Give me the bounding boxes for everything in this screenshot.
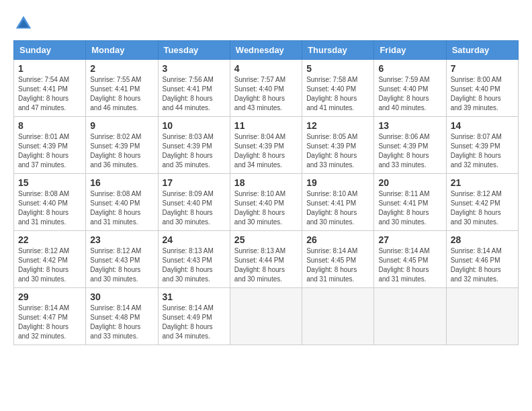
day-number: 28 xyxy=(451,234,514,245)
calendar-cell xyxy=(230,288,302,345)
day-number: 16 xyxy=(90,177,153,188)
day-info: Sunrise: 8:08 AM Sunset: 4:40 PM Dayligh… xyxy=(90,189,153,227)
calendar-cell: 9 Sunrise: 8:02 AM Sunset: 4:39 PM Dayli… xyxy=(86,117,158,174)
calendar-cell: 25 Sunrise: 8:13 AM Sunset: 4:44 PM Dayl… xyxy=(230,231,302,288)
day-number: 10 xyxy=(163,120,226,131)
logo-icon xyxy=(13,13,34,34)
calendar-cell: 23 Sunrise: 8:12 AM Sunset: 4:43 PM Dayl… xyxy=(86,231,158,288)
calendar-cell: 8 Sunrise: 8:01 AM Sunset: 4:39 PM Dayli… xyxy=(14,117,86,174)
calendar-cell xyxy=(302,288,374,345)
day-info: Sunrise: 8:14 AM Sunset: 4:45 PM Dayligh… xyxy=(378,246,441,284)
day-info: Sunrise: 7:59 AM Sunset: 4:40 PM Dayligh… xyxy=(378,75,441,113)
calendar-cell: 30 Sunrise: 8:14 AM Sunset: 4:48 PM Dayl… xyxy=(86,288,158,345)
calendar-cell: 5 Sunrise: 7:58 AM Sunset: 4:40 PM Dayli… xyxy=(302,60,374,117)
day-number: 7 xyxy=(451,63,514,74)
calendar-cell: 24 Sunrise: 8:13 AM Sunset: 4:43 PM Dayl… xyxy=(158,231,230,288)
day-info: Sunrise: 8:09 AM Sunset: 4:40 PM Dayligh… xyxy=(163,189,226,227)
calendar-cell: 27 Sunrise: 8:14 AM Sunset: 4:45 PM Dayl… xyxy=(374,231,446,288)
calendar-cell: 26 Sunrise: 8:14 AM Sunset: 4:45 PM Dayl… xyxy=(302,231,374,288)
calendar-week-row-5: 29 Sunrise: 8:14 AM Sunset: 4:47 PM Dayl… xyxy=(14,288,519,345)
calendar-cell xyxy=(374,288,446,345)
day-info: Sunrise: 8:01 AM Sunset: 4:39 PM Dayligh… xyxy=(18,132,81,170)
day-info: Sunrise: 8:03 AM Sunset: 4:39 PM Dayligh… xyxy=(163,132,226,170)
calendar-cell: 15 Sunrise: 8:08 AM Sunset: 4:40 PM Dayl… xyxy=(14,174,86,231)
day-number: 8 xyxy=(18,120,81,131)
day-info: Sunrise: 7:56 AM Sunset: 4:41 PM Dayligh… xyxy=(163,75,226,113)
day-info: Sunrise: 8:14 AM Sunset: 4:47 PM Dayligh… xyxy=(18,304,81,341)
calendar-header-tuesday: Tuesday xyxy=(158,41,230,60)
calendar-header-sunday: Sunday xyxy=(14,41,86,60)
calendar-cell: 6 Sunrise: 7:59 AM Sunset: 4:40 PM Dayli… xyxy=(374,60,446,117)
calendar-cell: 12 Sunrise: 8:05 AM Sunset: 4:39 PM Dayl… xyxy=(302,117,374,174)
calendar-cell: 29 Sunrise: 8:14 AM Sunset: 4:47 PM Dayl… xyxy=(14,288,86,345)
day-number: 19 xyxy=(306,177,369,188)
calendar-week-row-1: 1 Sunrise: 7:54 AM Sunset: 4:41 PM Dayli… xyxy=(14,60,519,117)
day-number: 5 xyxy=(306,63,369,74)
day-number: 1 xyxy=(18,63,81,74)
day-info: Sunrise: 8:11 AM Sunset: 4:41 PM Dayligh… xyxy=(378,189,441,227)
calendar-cell: 7 Sunrise: 8:00 AM Sunset: 4:40 PM Dayli… xyxy=(446,60,518,117)
day-number: 6 xyxy=(378,63,441,74)
day-number: 13 xyxy=(378,120,441,131)
day-number: 12 xyxy=(306,120,369,131)
day-number: 9 xyxy=(90,120,153,131)
day-info: Sunrise: 8:12 AM Sunset: 4:43 PM Dayligh… xyxy=(90,246,153,284)
day-number: 26 xyxy=(306,234,369,245)
day-number: 20 xyxy=(378,177,441,188)
calendar-header-thursday: Thursday xyxy=(302,41,374,60)
page-header xyxy=(13,13,519,34)
day-info: Sunrise: 7:55 AM Sunset: 4:41 PM Dayligh… xyxy=(90,75,153,113)
day-number: 2 xyxy=(90,63,153,74)
calendar-cell: 14 Sunrise: 8:07 AM Sunset: 4:39 PM Dayl… xyxy=(446,117,518,174)
day-number: 22 xyxy=(18,234,81,245)
calendar-cell: 21 Sunrise: 8:12 AM Sunset: 4:42 PM Dayl… xyxy=(446,174,518,231)
day-info: Sunrise: 8:14 AM Sunset: 4:46 PM Dayligh… xyxy=(451,246,514,284)
day-info: Sunrise: 8:14 AM Sunset: 4:49 PM Dayligh… xyxy=(163,304,226,341)
calendar-cell: 13 Sunrise: 8:06 AM Sunset: 4:39 PM Dayl… xyxy=(374,117,446,174)
day-number: 21 xyxy=(451,177,514,188)
day-info: Sunrise: 7:57 AM Sunset: 4:40 PM Dayligh… xyxy=(234,75,298,113)
calendar-cell: 2 Sunrise: 7:55 AM Sunset: 4:41 PM Dayli… xyxy=(86,60,158,117)
day-number: 4 xyxy=(234,63,298,74)
day-number: 18 xyxy=(234,177,298,188)
calendar-cell: 31 Sunrise: 8:14 AM Sunset: 4:49 PM Dayl… xyxy=(158,288,230,345)
day-info: Sunrise: 8:00 AM Sunset: 4:40 PM Dayligh… xyxy=(451,75,514,113)
day-info: Sunrise: 8:02 AM Sunset: 4:39 PM Dayligh… xyxy=(90,132,153,170)
day-info: Sunrise: 8:10 AM Sunset: 4:40 PM Dayligh… xyxy=(234,189,298,227)
day-number: 24 xyxy=(163,234,226,245)
calendar-cell: 1 Sunrise: 7:54 AM Sunset: 4:41 PM Dayli… xyxy=(14,60,86,117)
calendar-header-friday: Friday xyxy=(374,41,446,60)
calendar-week-row-3: 15 Sunrise: 8:08 AM Sunset: 4:40 PM Dayl… xyxy=(14,174,519,231)
calendar-cell: 18 Sunrise: 8:10 AM Sunset: 4:40 PM Dayl… xyxy=(230,174,302,231)
day-info: Sunrise: 8:08 AM Sunset: 4:40 PM Dayligh… xyxy=(18,189,81,227)
day-info: Sunrise: 8:12 AM Sunset: 4:42 PM Dayligh… xyxy=(451,189,514,227)
day-info: Sunrise: 8:07 AM Sunset: 4:39 PM Dayligh… xyxy=(451,132,514,170)
day-info: Sunrise: 8:13 AM Sunset: 4:43 PM Dayligh… xyxy=(163,246,226,284)
logo xyxy=(13,13,36,34)
calendar-week-row-2: 8 Sunrise: 8:01 AM Sunset: 4:39 PM Dayli… xyxy=(14,117,519,174)
day-info: Sunrise: 8:05 AM Sunset: 4:39 PM Dayligh… xyxy=(306,132,369,170)
calendar-week-row-4: 22 Sunrise: 8:12 AM Sunset: 4:42 PM Dayl… xyxy=(14,231,519,288)
day-number: 29 xyxy=(18,291,81,302)
calendar-cell xyxy=(446,288,518,345)
day-number: 17 xyxy=(163,177,226,188)
day-info: Sunrise: 8:04 AM Sunset: 4:39 PM Dayligh… xyxy=(234,132,298,170)
day-info: Sunrise: 7:54 AM Sunset: 4:41 PM Dayligh… xyxy=(18,75,81,113)
day-number: 15 xyxy=(18,177,81,188)
day-info: Sunrise: 8:10 AM Sunset: 4:41 PM Dayligh… xyxy=(306,189,369,227)
day-info: Sunrise: 7:58 AM Sunset: 4:40 PM Dayligh… xyxy=(306,75,369,113)
calendar-header-wednesday: Wednesday xyxy=(230,41,302,60)
calendar-cell: 10 Sunrise: 8:03 AM Sunset: 4:39 PM Dayl… xyxy=(158,117,230,174)
calendar-cell: 17 Sunrise: 8:09 AM Sunset: 4:40 PM Dayl… xyxy=(158,174,230,231)
day-info: Sunrise: 8:06 AM Sunset: 4:39 PM Dayligh… xyxy=(378,132,441,170)
calendar-cell: 16 Sunrise: 8:08 AM Sunset: 4:40 PM Dayl… xyxy=(86,174,158,231)
calendar-cell: 3 Sunrise: 7:56 AM Sunset: 4:41 PM Dayli… xyxy=(158,60,230,117)
day-number: 27 xyxy=(378,234,441,245)
day-number: 14 xyxy=(451,120,514,131)
day-info: Sunrise: 8:14 AM Sunset: 4:48 PM Dayligh… xyxy=(90,304,153,341)
day-number: 25 xyxy=(234,234,298,245)
day-number: 11 xyxy=(234,120,298,131)
calendar-header-row: SundayMondayTuesdayWednesdayThursdayFrid… xyxy=(14,41,519,60)
calendar-cell: 4 Sunrise: 7:57 AM Sunset: 4:40 PM Dayli… xyxy=(230,60,302,117)
day-number: 3 xyxy=(163,63,226,74)
